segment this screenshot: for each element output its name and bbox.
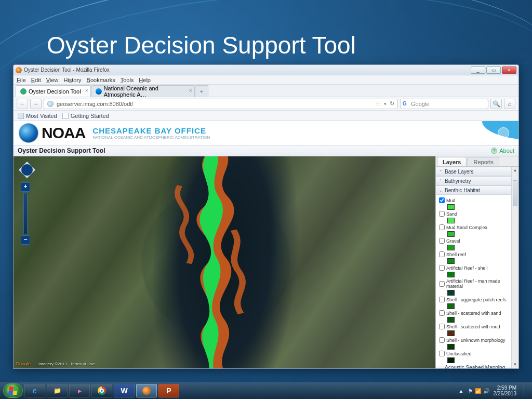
- bookmark-most-visited[interactable]: Most Visited: [18, 113, 57, 119]
- tab-noaa[interactable]: National Oceanic and Atmospheric A… ×: [91, 85, 195, 97]
- layer-checkbox[interactable]: [439, 265, 445, 271]
- url-bar[interactable]: geoserver.imsg.com:8080/odt/ ☆ ▾ ↻: [44, 99, 398, 109]
- pan-center-icon[interactable]: [21, 164, 33, 176]
- bookmark-star-icon[interactable]: ☆: [375, 100, 381, 108]
- layer-item: Shell reef: [439, 251, 516, 264]
- layer-swatch: [447, 272, 455, 277]
- taskbar-firefox[interactable]: [136, 384, 157, 397]
- tab-close-icon[interactable]: ×: [189, 88, 192, 94]
- maximize-button[interactable]: ▭: [486, 66, 501, 74]
- group-benthic-habitat[interactable]: ⌄Benthic Habitat: [436, 185, 518, 195]
- group-acoustic[interactable]: ⌃Acoustic Seabed Mapping Surveys: [436, 366, 518, 368]
- menu-edit[interactable]: Edit: [31, 77, 41, 83]
- layer-swatch: [447, 317, 455, 323]
- bookmark-label: Getting Started: [71, 113, 109, 119]
- layer-item: Shell - scattered with mud: [439, 324, 516, 336]
- search-button[interactable]: 🔍: [490, 99, 502, 109]
- chevron-down-icon: ⌄: [439, 188, 443, 193]
- map-attribution[interactable]: Imagery ©2013 · Terms of Use: [38, 362, 95, 366]
- layer-checkbox[interactable]: [439, 211, 445, 217]
- layer-checkbox[interactable]: [439, 224, 445, 230]
- tab-oyster-tool[interactable]: Oyster Decision Tool ×: [16, 85, 91, 97]
- minimize-button[interactable]: _: [471, 66, 485, 74]
- window-titlebar[interactable]: Oyster Decision Tool - Mozilla Firefox _…: [14, 65, 518, 75]
- dropdown-icon[interactable]: ▾: [384, 101, 387, 107]
- layer-checkbox[interactable]: [439, 310, 445, 316]
- layer-swatch: [447, 303, 455, 309]
- map-canvas[interactable]: + − Google Imagery ©2013 · Terms of Use: [14, 156, 435, 368]
- group-base-layers[interactable]: ⌃Base Layers: [436, 167, 518, 176]
- back-button[interactable]: ←: [17, 99, 28, 109]
- about-button[interactable]: ? About: [491, 148, 514, 154]
- layer-label: Shell - aggregate patch reefs: [446, 297, 507, 302]
- taskbar-mediaplayer[interactable]: ▸: [69, 384, 90, 397]
- zoom-slider[interactable]: [23, 193, 28, 234]
- tray-overflow-icon[interactable]: ▲: [459, 388, 464, 394]
- reload-icon[interactable]: ↻: [390, 100, 394, 107]
- close-button[interactable]: ×: [502, 66, 516, 74]
- menu-view[interactable]: View: [46, 77, 59, 83]
- scroll-thumb[interactable]: [513, 180, 517, 206]
- firefox-icon: [142, 387, 151, 395]
- layer-checkbox[interactable]: [439, 351, 445, 356]
- tray-flag-icon[interactable]: ⚑: [468, 388, 473, 394]
- layer-checkbox[interactable]: [439, 281, 445, 287]
- start-button[interactable]: [3, 383, 23, 398]
- menu-help[interactable]: Help: [139, 77, 151, 83]
- zoom-in-button[interactable]: +: [21, 182, 30, 192]
- noaa-logo-icon[interactable]: [19, 123, 38, 143]
- side-panel: Layers Reports ⌃Base Layers ⌃Bathymetry …: [435, 156, 518, 368]
- taskbar-powerpoint[interactable]: P: [158, 384, 179, 397]
- taskbar-clock[interactable]: 2:59 PM 2/26/2013: [494, 385, 517, 396]
- group-bathymetry[interactable]: ⌃Bathymetry: [436, 176, 518, 185]
- new-tab-button[interactable]: +: [195, 85, 208, 97]
- bookmarks-toolbar: Most Visited Getting Started: [14, 111, 518, 121]
- menu-history[interactable]: History: [63, 77, 81, 83]
- search-placeholder: Google: [411, 101, 429, 107]
- forward-button[interactable]: →: [30, 99, 42, 109]
- tab-label: National Oceanic and Atmospheric A…: [104, 85, 185, 98]
- layer-swatch: [447, 330, 455, 336]
- layer-label: Mud Sand Complex: [446, 225, 487, 230]
- taskbar-word[interactable]: W: [114, 384, 135, 397]
- layer-checkbox[interactable]: [439, 337, 445, 343]
- folder-icon: [18, 113, 24, 119]
- layer-item: Mud: [439, 197, 516, 210]
- layer-swatch: [447, 245, 455, 250]
- menu-bookmarks[interactable]: Bookmarks: [87, 77, 115, 83]
- taskbar-explorer[interactable]: 📁: [47, 384, 68, 397]
- home-button[interactable]: ⌂: [504, 99, 515, 109]
- layer-label: Gravel: [446, 238, 460, 244]
- menu-file[interactable]: FFileile: [17, 77, 26, 83]
- layer-checkbox[interactable]: [439, 197, 445, 203]
- layer-checkbox[interactable]: [439, 297, 445, 302]
- layer-label: Shell - unknown morphology: [446, 338, 506, 343]
- search-box[interactable]: G Google: [400, 99, 488, 109]
- layer-checkbox[interactable]: [439, 238, 445, 244]
- layer-checkbox[interactable]: [439, 251, 445, 257]
- tab-close-icon[interactable]: ×: [85, 88, 88, 94]
- tab-reports[interactable]: Reports: [468, 157, 499, 166]
- system-tray: ▲ ⚑ 📶 🔊 2:59 PM 2/26/2013: [459, 383, 529, 398]
- layer-label: Shell - scattered with sand: [446, 311, 501, 316]
- panel-scrollbar[interactable]: ▲ ▼: [511, 167, 518, 368]
- scroll-up-icon[interactable]: ▲: [512, 167, 518, 174]
- layer-label: Shell - scattered with mud: [446, 324, 500, 329]
- tab-layers[interactable]: Layers: [437, 157, 467, 166]
- menu-tools[interactable]: Tools: [121, 77, 134, 83]
- zoom-out-button[interactable]: −: [21, 235, 30, 245]
- tray-network-icon[interactable]: 📶: [475, 388, 481, 394]
- menu-bar: FFileile Edit View History Bookmarks Too…: [14, 75, 518, 85]
- tray-volume-icon[interactable]: 🔊: [483, 388, 489, 394]
- bookmark-getting-started[interactable]: Getting Started: [62, 113, 109, 119]
- taskbar-ie[interactable]: e: [24, 384, 45, 397]
- site-identity-icon[interactable]: [47, 101, 54, 107]
- show-desktop-button[interactable]: [524, 383, 529, 398]
- scroll-down-icon[interactable]: ▼: [512, 361, 518, 368]
- map-google-logo[interactable]: Google: [16, 361, 31, 366]
- layer-swatch: [447, 258, 455, 264]
- layer-checkbox[interactable]: [439, 324, 445, 329]
- map-pan-control[interactable]: [17, 159, 37, 180]
- taskbar-chrome[interactable]: [91, 384, 112, 397]
- layer-item: Unclassified: [439, 351, 516, 363]
